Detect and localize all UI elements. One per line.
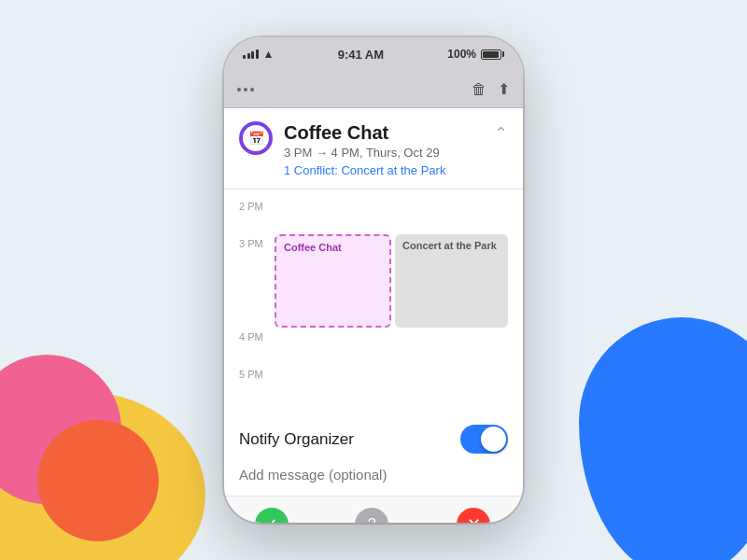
chevron-up-icon[interactable]: ⌃ [494, 123, 508, 144]
share-icon[interactable]: ⬆ [498, 80, 510, 98]
toggle-knob [481, 427, 506, 452]
time-label-4pm: 4 PM [239, 328, 275, 343]
signal-icon [243, 49, 259, 59]
notify-toggle[interactable] [460, 425, 508, 454]
accept-circle: ✓ [255, 508, 289, 523]
bg-orange-shape [37, 420, 159, 541]
toolbar: 🗑 ⬆ [224, 71, 523, 108]
accept-button[interactable]: ✓ Accept [253, 508, 290, 523]
status-bar: ▲ 9:41 AM 100% [224, 37, 523, 71]
calendar-icon: 📅 [248, 131, 264, 146]
time-label-3pm: 3 PM [239, 234, 275, 249]
timeline: 2 PM 3 PM Coffee Chat Concert at the Par… [224, 189, 523, 410]
events-3pm: Coffee Chat Concert at the Park [275, 234, 508, 328]
event-info: Coffee Chat 3 PM → 4 PM, Thurs, Oct 29 1… [284, 121, 483, 177]
question-icon: ? [368, 516, 376, 523]
event-time: 3 PM → 4 PM, Thurs, Oct 29 [284, 146, 483, 160]
check-icon: ✓ [264, 514, 278, 523]
tentative-button[interactable]: ? Tentative [347, 508, 396, 523]
status-time: 9:41 AM [338, 48, 384, 62]
phone-frame: ▲ 9:41 AM 100% 🗑 ⬆ 📅 [224, 37, 523, 523]
battery-icon [481, 49, 504, 60]
notify-label: Notify Organizer [239, 430, 354, 449]
trash-icon[interactable]: 🗑 [472, 81, 486, 98]
event-header: 📅 Coffee Chat 3 PM → 4 PM, Thurs, Oct 29… [224, 108, 523, 189]
coffee-chat-label: Coffee Chat [284, 242, 342, 253]
message-input[interactable] [239, 467, 508, 483]
avatar: 📅 [239, 121, 273, 155]
notify-row: Notify Organizer [224, 410, 523, 467]
battery-percent: 100% [447, 48, 476, 61]
event-conflict[interactable]: 1 Conflict: Concert at the Park [284, 163, 483, 177]
tentative-circle: ? [355, 508, 388, 523]
main-content: 📅 Coffee Chat 3 PM → 4 PM, Thurs, Oct 29… [224, 108, 523, 523]
status-right: 100% [447, 48, 504, 61]
x-icon: ✕ [467, 514, 481, 523]
event-title: Coffee Chat [284, 121, 483, 144]
action-bar: ✓ Accept ? Tentative ✕ Decline [224, 496, 523, 523]
decline-button[interactable]: ✕ Decline [454, 508, 494, 523]
time-row-5pm: 5 PM [239, 365, 508, 402]
toolbar-dots [237, 88, 254, 91]
decline-circle: ✕ [457, 508, 490, 523]
coffee-chat-block: Coffee Chat [275, 234, 391, 328]
concert-block: Concert at the Park [395, 234, 508, 328]
time-label-2pm: 2 PM [239, 197, 275, 212]
time-row-2pm: 2 PM [239, 197, 508, 234]
time-label-5pm: 5 PM [239, 365, 275, 380]
time-row-3pm: 3 PM Coffee Chat Concert at the Park [239, 234, 508, 328]
bg-blue-shape [579, 317, 747, 560]
time-row-4pm: 4 PM [239, 328, 508, 365]
status-left: ▲ [243, 48, 274, 61]
wifi-icon: ▲ [263, 48, 275, 61]
concert-label: Concert at the Park [402, 240, 497, 251]
